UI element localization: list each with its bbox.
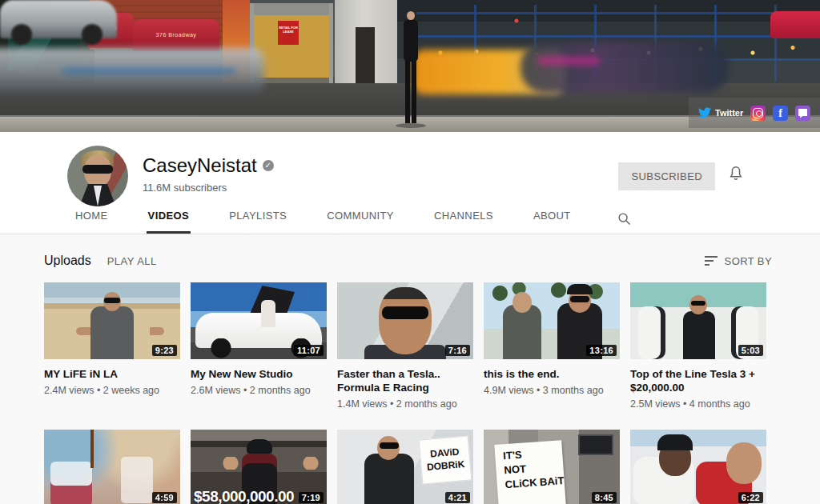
tab-community[interactable]: COMMUNITY bbox=[325, 210, 396, 234]
subscribed-button[interactable]: SUBSCRIBED bbox=[618, 162, 715, 190]
tab-channels[interactable]: CHANNELS bbox=[432, 210, 495, 234]
tab-about[interactable]: ABOUT bbox=[532, 210, 573, 234]
video-title[interactable]: Faster than a Tesla.. Formula E Racing bbox=[337, 367, 473, 394]
duration-badge: 13:16 bbox=[586, 345, 617, 356]
video-card[interactable]: 7:16 Faster than a Tesla.. Formula E Rac… bbox=[337, 282, 473, 410]
thumb-art bbox=[691, 301, 705, 306]
video-thumbnail[interactable]: 7:16 bbox=[337, 282, 473, 359]
channel-avatar[interactable] bbox=[67, 146, 128, 206]
video-thumbnail[interactable]: 6:22 bbox=[630, 430, 766, 504]
thumbnail-overlay-text: $58,000,000.00 bbox=[194, 488, 294, 504]
banner-awning-broadway: 376 Broadway bbox=[133, 19, 219, 51]
twitter-icon[interactable] bbox=[698, 107, 711, 118]
banner-social-links: Twitter f bbox=[689, 98, 820, 128]
thumb-art bbox=[76, 327, 164, 335]
instagram-icon[interactable] bbox=[750, 106, 766, 121]
duration-badge: 4:59 bbox=[152, 492, 177, 503]
banner-art-man-torso bbox=[404, 20, 418, 62]
banner-art-man-head bbox=[407, 11, 415, 20]
video-card[interactable]: 13:16 this is the end. 4.9M views • 3 mo… bbox=[484, 282, 620, 410]
banner-art-silver-car bbox=[0, 0, 117, 38]
channel-banner: 376 376 Broadway RETAIL FOR LEASE Twitte… bbox=[0, 0, 820, 132]
play-all-button[interactable]: PLAY ALL bbox=[107, 255, 157, 267]
video-meta: 4.9M views • 3 months ago bbox=[484, 385, 620, 396]
thumb-art bbox=[657, 434, 693, 450]
video-title[interactable]: this is the end. bbox=[484, 367, 620, 381]
video-meta: 1.4M views • 2 months ago bbox=[337, 398, 473, 410]
thumb-art bbox=[379, 287, 432, 354]
banner-art-storefront-white bbox=[335, 0, 397, 88]
thumbnail-sign-text: DAViD DOBRiK bbox=[419, 435, 472, 484]
avatar-art-sunglasses bbox=[82, 165, 113, 174]
thumb-art bbox=[638, 306, 665, 359]
facebook-icon[interactable]: f bbox=[773, 106, 788, 121]
video-thumbnail[interactable]: $58,000,000.00 7:19 bbox=[191, 430, 327, 504]
video-meta: 2.5M views • 4 months ago bbox=[630, 398, 766, 410]
thumb-art bbox=[121, 457, 153, 503]
verified-badge-icon: ✓ bbox=[263, 160, 274, 171]
thumb-art bbox=[104, 298, 120, 303]
thumbnail-sign-text: IT'S NOT CLiCK BAiT bbox=[494, 440, 565, 504]
duration-badge: 6:22 bbox=[738, 492, 763, 503]
video-meta: 2.4M views • 2 weeks ago bbox=[44, 385, 180, 396]
thumb-art bbox=[90, 430, 94, 468]
video-thumbnail[interactable]: 9:23 bbox=[44, 282, 180, 359]
sort-by-button[interactable]: SORT BY bbox=[705, 255, 772, 267]
subscriber-count: 11.6M subscribers bbox=[143, 182, 227, 194]
duration-badge: 4:21 bbox=[445, 492, 470, 503]
thumb-art bbox=[382, 306, 428, 319]
video-grid-row-2: 4:59 $58,000,000.00 7:19 DAViD DOBRiK 4:… bbox=[44, 430, 766, 504]
video-thumbnail[interactable]: IT'S NOT CLiCK BAiT 8:45 bbox=[484, 430, 620, 504]
channel-header: CaseyNeistat ✓ 11.6M subscribers SUBSCRI… bbox=[0, 132, 820, 234]
twitch-icon[interactable] bbox=[795, 106, 810, 121]
duration-badge: 8:45 bbox=[592, 492, 617, 503]
thumb-art bbox=[261, 300, 275, 327]
duration-badge: 7:19 bbox=[299, 492, 324, 503]
duration-badge: 11:07 bbox=[294, 345, 324, 356]
video-thumbnail[interactable]: 13:16 bbox=[484, 282, 620, 359]
video-thumbnail[interactable]: 4:59 bbox=[44, 430, 180, 504]
video-meta: 2.6M views • 2 months ago bbox=[191, 385, 327, 396]
video-thumbnail[interactable]: 11:07 bbox=[191, 282, 327, 359]
thumb-art bbox=[726, 442, 762, 484]
thumb-art bbox=[683, 311, 715, 359]
video-card[interactable]: 5:03 Top of the Line Tesla 3 + $20,000.0… bbox=[630, 282, 766, 410]
duration-badge: 7:16 bbox=[445, 345, 470, 356]
video-thumbnail[interactable]: DAViD DOBRiK 4:21 bbox=[337, 430, 473, 504]
channel-title-row: CaseyNeistat ✓ bbox=[143, 154, 274, 177]
thumb-art bbox=[364, 454, 414, 504]
duration-badge: 9:23 bbox=[152, 345, 177, 356]
video-title[interactable]: My New New Studio bbox=[191, 367, 327, 381]
duration-badge: 5:03 bbox=[738, 345, 763, 356]
thumb-art bbox=[247, 439, 272, 454]
twitter-link[interactable]: Twitter bbox=[698, 107, 743, 118]
thumb-art bbox=[578, 434, 613, 455]
banner-art-blurred-car-left bbox=[0, 48, 264, 94]
notification-bell-icon[interactable] bbox=[727, 165, 745, 182]
video-title[interactable]: MY LiFE iN LA bbox=[44, 367, 180, 381]
video-grid-row-1: 9:23 MY LiFE iN LA 2.4M views • 2 weeks … bbox=[44, 282, 766, 410]
thumb-art bbox=[567, 284, 593, 294]
banner-art-man-shadow bbox=[396, 123, 426, 128]
video-title[interactable]: Top of the Line Tesla 3 + $20,000.00 bbox=[630, 367, 766, 394]
banner-art-awning-right bbox=[770, 11, 820, 38]
video-card[interactable]: 11:07 My New New Studio 2.6M views • 2 m… bbox=[191, 282, 327, 410]
thumb-art bbox=[512, 292, 532, 313]
channel-search-icon[interactable] bbox=[616, 212, 633, 234]
twitter-label[interactable]: Twitter bbox=[715, 108, 743, 118]
channel-tabs: HOME VIDEOS PLAYLISTS COMMUNITY CHANNELS… bbox=[74, 210, 669, 234]
uploads-header-row: Uploads PLAY ALL SORT BY bbox=[44, 254, 772, 268]
sort-by-label: SORT BY bbox=[725, 255, 772, 267]
thumb-art bbox=[380, 442, 399, 449]
tab-home[interactable]: HOME bbox=[74, 210, 110, 234]
thumb-art bbox=[223, 457, 319, 470]
video-thumbnail[interactable]: 5:03 bbox=[630, 282, 766, 359]
banner-art-man-legs bbox=[405, 61, 416, 123]
channel-name: CaseyNeistat bbox=[143, 154, 257, 177]
tab-playlists[interactable]: PLAYLISTS bbox=[227, 210, 288, 234]
tab-videos[interactable]: VIDEOS bbox=[147, 210, 191, 234]
video-card[interactable]: 9:23 MY LiFE iN LA 2.4M views • 2 weeks … bbox=[44, 282, 180, 410]
thumb-art bbox=[570, 296, 589, 302]
sort-icon bbox=[705, 256, 718, 266]
banner-art-blurred-car-dark bbox=[521, 42, 729, 93]
